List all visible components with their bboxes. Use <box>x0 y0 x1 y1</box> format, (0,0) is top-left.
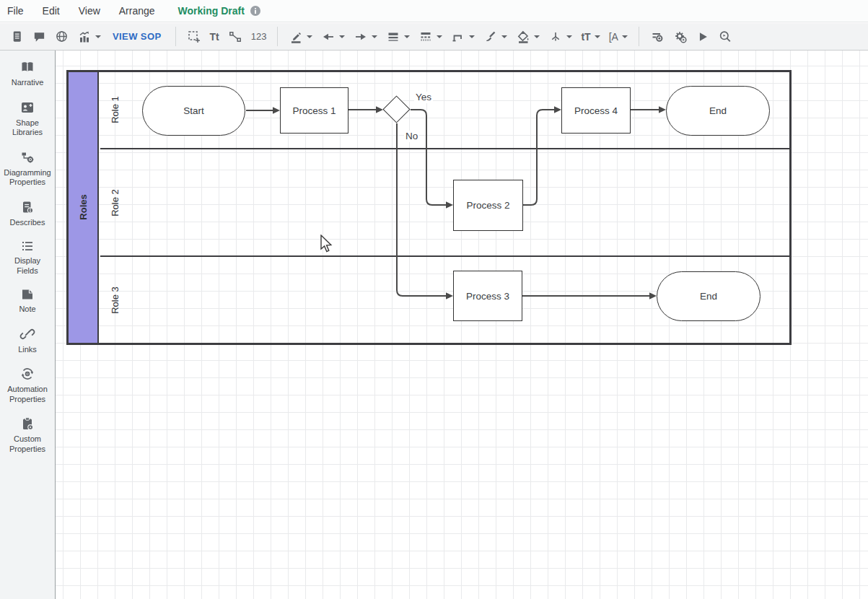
node-process4[interactable]: Process 4 <box>561 87 631 134</box>
view-sop-button[interactable]: VIEW SOP <box>105 26 169 48</box>
line-shape-button[interactable] <box>447 26 479 48</box>
chevron-down-icon <box>95 35 101 38</box>
sidebar-item-custom-properties[interactable]: Custom Properties <box>0 416 55 454</box>
node-process2[interactable]: Process 2 <box>453 180 523 231</box>
line-color-button[interactable] <box>284 26 317 48</box>
sidebar-item-label: Automation Properties <box>7 385 48 404</box>
toolbar-divider <box>277 27 278 46</box>
node-label: Process 1 <box>292 105 336 116</box>
lane-label-role2[interactable]: Role 2 <box>110 189 120 217</box>
sidebar-item-narrative[interactable]: Narrative <box>0 60 55 88</box>
node-label: End <box>709 105 727 116</box>
lane-divider[interactable] <box>100 255 789 257</box>
connector-icon <box>228 30 242 44</box>
document-icon <box>10 30 24 43</box>
data-rules-button[interactable] <box>646 26 669 48</box>
node-end-role3[interactable]: End <box>657 271 760 321</box>
node-process1[interactable]: Process 1 <box>280 87 348 134</box>
list-fields-icon <box>19 240 35 253</box>
node-label: Process 2 <box>466 200 509 211</box>
text-format-button[interactable]: [A <box>605 26 632 48</box>
edge-label-no[interactable]: No <box>404 131 419 142</box>
chevron-down-icon <box>404 35 410 38</box>
chevron-down-icon <box>339 35 345 38</box>
chevron-down-icon <box>566 35 572 38</box>
line-width-button[interactable] <box>382 26 414 48</box>
sidebar-item-diagramming-properties[interactable]: Diagramming Properties <box>0 150 55 188</box>
node-label: Start <box>183 105 204 116</box>
comment-icon <box>32 30 46 43</box>
automation-run-button[interactable] <box>669 26 692 48</box>
arrow-end-icon <box>354 30 368 44</box>
menu-arrange[interactable]: Arrange <box>119 5 165 17</box>
arrow-start-button[interactable] <box>317 26 349 48</box>
node-end-role1[interactable]: End <box>666 86 770 136</box>
chevron-down-icon <box>307 35 312 38</box>
document-status-label[interactable]: Working Draft <box>178 5 245 17</box>
toolbar-divider <box>175 27 176 46</box>
toolbar: VIEW SOP Tt 123 <box>0 23 868 51</box>
shape-libraries-icon <box>19 100 35 115</box>
sidebar-item-links[interactable]: Links <box>0 327 55 355</box>
menu-file[interactable]: File <box>7 5 33 17</box>
arrow-start-icon <box>321 30 336 44</box>
document-outline-button[interactable] <box>6 26 28 48</box>
pool-label[interactable]: Roles <box>78 194 89 219</box>
arrow-end-button[interactable] <box>349 26 382 48</box>
line-style-button[interactable] <box>414 26 447 48</box>
sidebar-item-note[interactable]: Note <box>0 288 55 315</box>
node-label: Process 4 <box>574 105 618 116</box>
automation-run-icon <box>673 30 688 44</box>
brush-icon <box>483 30 498 44</box>
menu-bar: File Edit View Arrange Working Draft <box>0 0 868 22</box>
font-size-button[interactable]: tT <box>577 26 604 48</box>
comments-button[interactable] <box>28 26 51 48</box>
connector-tool-button[interactable] <box>224 26 247 48</box>
line-width-icon <box>386 30 400 44</box>
line-shape-icon <box>451 30 465 44</box>
zoom-button[interactable] <box>714 26 737 48</box>
edge-label-yes[interactable]: Yes <box>414 92 433 103</box>
chevron-down-icon <box>437 35 442 38</box>
line-style-icon <box>418 30 433 44</box>
menu-view[interactable]: View <box>79 5 110 17</box>
data-rules-icon <box>650 30 665 44</box>
sidebar-item-label: Diagramming Properties <box>4 168 51 188</box>
menu-edit[interactable]: Edit <box>43 5 69 17</box>
zoom-icon <box>718 30 732 44</box>
brush-style-button[interactable] <box>479 26 512 48</box>
line-junction-icon <box>548 30 563 44</box>
line-junction-button[interactable] <box>544 26 577 48</box>
lane-label-role3[interactable]: Role 3 <box>110 287 120 314</box>
info-icon[interactable] <box>250 6 260 16</box>
fill-color-button[interactable] <box>512 26 544 48</box>
text-tool-button[interactable]: Tt <box>206 26 224 48</box>
node-start[interactable]: Start <box>142 86 245 136</box>
sidebar-item-label: Links <box>18 345 37 355</box>
diagram-canvas[interactable]: Roles Role 1 Role 2 Role 3 <box>56 51 868 599</box>
performance-chart-button[interactable] <box>73 26 105 48</box>
sidebar-item-describes[interactable]: Describes <box>0 200 55 228</box>
node-label: End <box>700 291 717 302</box>
right-panel-sidebar: Narrative Shape Libraries Diagramming Pr… <box>0 51 56 599</box>
numbers-tool-button[interactable]: 123 <box>247 26 271 48</box>
book-icon <box>19 60 35 74</box>
toolbar-divider <box>639 27 639 46</box>
present-play-button[interactable] <box>692 26 714 48</box>
text-icon: Tt <box>210 31 219 43</box>
link-icon <box>19 327 35 341</box>
chevron-down-icon <box>469 35 475 38</box>
flowchart-gear-icon <box>19 150 35 165</box>
sidebar-item-automation-properties[interactable]: Automation Properties <box>0 367 55 404</box>
sidebar-item-display-fields[interactable]: Display Fields <box>0 240 55 276</box>
node-process3[interactable]: Process 3 <box>453 271 522 321</box>
lane-divider[interactable] <box>100 148 789 149</box>
publish-button[interactable] <box>51 26 73 48</box>
chevron-down-icon <box>622 35 628 38</box>
chevron-down-icon <box>501 35 507 38</box>
text-format-icon: [A <box>609 31 618 43</box>
lane-label-role1[interactable]: Role 1 <box>110 96 120 123</box>
marquee-select-button[interactable] <box>183 26 206 48</box>
sidebar-item-shape-libraries[interactable]: Shape Libraries <box>0 100 55 138</box>
app-window: File Edit View Arrange Working Draft VIE… <box>0 0 868 599</box>
